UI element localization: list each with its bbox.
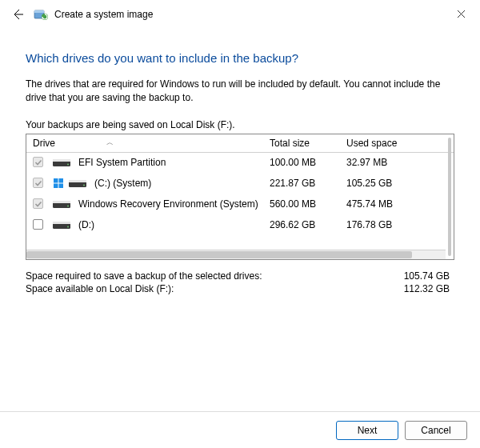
drive-checkbox xyxy=(33,198,43,209)
drive-icon xyxy=(53,198,70,210)
svg-rect-8 xyxy=(54,183,58,188)
drive-used-space: 105.25 GB xyxy=(346,178,446,189)
drive-checkbox[interactable] xyxy=(33,219,43,230)
drive-icon xyxy=(53,157,70,168)
saving-location-text: Your backups are being saved on Local Di… xyxy=(26,119,454,130)
svg-rect-9 xyxy=(59,183,64,188)
space-required-value: 105.74 GB xyxy=(404,270,450,282)
col-header-drive[interactable]: Drive xyxy=(33,138,55,149)
drive-icon xyxy=(69,178,86,189)
drive-total-size: 221.87 GB xyxy=(270,178,346,189)
drive-total-size: 100.00 MB xyxy=(270,157,346,168)
drive-checkbox xyxy=(33,157,43,167)
drives-table: Drive︿ Total size Used space EFI System … xyxy=(26,134,454,260)
col-header-total[interactable]: Total size xyxy=(270,138,346,149)
table-row: (C:) (System)221.87 GB105.25 GB xyxy=(26,173,446,194)
drive-label: (C:) (System) xyxy=(94,178,270,189)
svg-rect-6 xyxy=(54,178,58,183)
drive-total-size: 560.00 MB xyxy=(270,198,346,210)
cancel-button[interactable]: Cancel xyxy=(405,421,467,440)
svg-point-15 xyxy=(67,205,69,206)
svg-rect-7 xyxy=(59,178,64,183)
windows-logo-icon xyxy=(53,178,64,189)
space-available-label: Space available on Local Disk (F:): xyxy=(26,283,174,294)
drive-label: (D:) xyxy=(78,219,270,230)
table-row: Windows Recovery Environment (System)560… xyxy=(26,194,446,214)
drive-label: EFI System Partition xyxy=(78,157,270,168)
back-button[interactable] xyxy=(10,6,26,22)
summary: Space required to save a backup of the s… xyxy=(26,270,454,295)
svg-point-12 xyxy=(83,184,85,186)
col-header-used[interactable]: Used space xyxy=(346,138,454,149)
drive-icon xyxy=(53,219,70,230)
svg-point-5 xyxy=(67,163,69,165)
svg-point-18 xyxy=(67,226,69,227)
table-row: EFI System Partition100.00 MB32.97 MB xyxy=(26,152,446,173)
svg-rect-14 xyxy=(53,201,70,203)
window-title: Create a system image xyxy=(54,9,153,20)
drive-label: Windows Recovery Environment (System) xyxy=(78,198,270,210)
drive-used-space: 176.78 GB xyxy=(346,219,446,230)
table-header[interactable]: Drive︿ Total size Used space xyxy=(26,134,454,153)
drive-total-size: 296.62 GB xyxy=(270,219,346,230)
svg-rect-1 xyxy=(34,10,44,13)
svg-rect-4 xyxy=(53,159,70,162)
space-available-value: 112.32 GB xyxy=(404,283,450,294)
space-required-label: Space required to save a backup of the s… xyxy=(26,270,262,282)
footer: Next Cancel xyxy=(0,411,480,448)
drive-checkbox xyxy=(33,178,43,188)
drive-used-space: 32.97 MB xyxy=(346,157,446,168)
sort-indicator-icon: ︿ xyxy=(106,138,114,148)
app-icon xyxy=(34,7,48,22)
drive-used-space: 475.74 MB xyxy=(346,198,446,210)
page-heading: Which drives do you want to include in t… xyxy=(26,51,454,65)
horizontal-scrollbar[interactable] xyxy=(26,250,446,259)
titlebar: Create a system image xyxy=(0,0,480,29)
svg-rect-11 xyxy=(69,180,86,182)
table-row[interactable]: (D:)296.62 GB176.78 GB xyxy=(26,214,446,235)
content-area: Which drives do you want to include in t… xyxy=(0,29,480,295)
next-button[interactable]: Next xyxy=(336,421,398,440)
svg-rect-17 xyxy=(53,222,70,224)
close-button[interactable] xyxy=(450,5,472,24)
page-description: The drives that are required for Windows… xyxy=(26,78,454,105)
vertical-scrollbar[interactable] xyxy=(448,138,451,256)
